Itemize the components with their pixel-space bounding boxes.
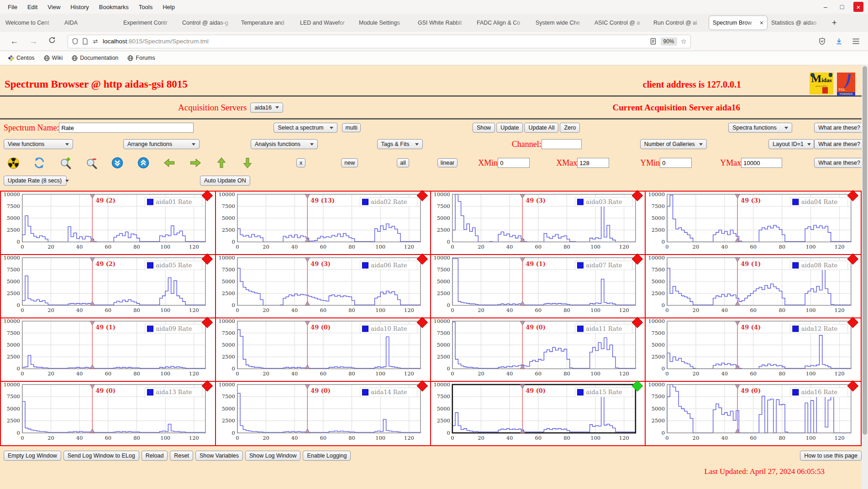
refresh-icon[interactable] [32, 156, 46, 170]
close-button[interactable]: × [853, 2, 863, 12]
what-are-these-button[interactable]: What are these? [814, 158, 864, 168]
tab-gsi-white-rabbit[interactable]: GSI White Rabbit [414, 16, 473, 30]
multi-button[interactable]: multi [342, 123, 360, 132]
all-button[interactable]: all [397, 158, 409, 167]
spectrum-chart-aida09[interactable]: 02500500075001000002040608010012049 (1)a… [1, 318, 216, 382]
pocket-icon[interactable] [818, 37, 826, 45]
spectrum-chart-aida06[interactable]: 02500500075001000002040608010012049 (3)a… [216, 255, 431, 318]
spectrum-chart-aida14[interactable]: 02500500075001000002040608010012049 (0)a… [216, 382, 431, 445]
scrollbar-thumb[interactable] [863, 66, 867, 435]
xmax-input[interactable] [577, 158, 609, 168]
spectrum-chart-aida08[interactable]: 02500500075001000002040608010012049 (1)a… [646, 255, 861, 318]
permissions-icon[interactable] [92, 39, 99, 44]
back-icon[interactable]: ← [5, 36, 24, 46]
number-of-galleries-dropdown[interactable]: Number of Galleries [640, 139, 707, 149]
show-log-window-button[interactable]: Show Log Window [245, 451, 301, 461]
tab-temperature-and[interactable]: Temperature and [237, 16, 296, 30]
menu-tools[interactable]: Tools [134, 2, 158, 12]
hamburger-menu-icon[interactable] [852, 38, 860, 45]
bookmark-forums[interactable]: Forums [124, 53, 158, 62]
down-arrow-icon[interactable] [241, 156, 254, 170]
shield-icon[interactable] [72, 38, 79, 45]
menu-file[interactable]: File [3, 2, 22, 12]
right-arrow-icon[interactable] [189, 156, 202, 170]
url-bar[interactable]: localhost:8015/Spectrum/Spectrum.tml 90%… [68, 35, 691, 48]
spectrum-chart-aida03[interactable]: 02500500075001000002040608010012049 (3)a… [431, 192, 646, 255]
enable-logging-button[interactable]: Enable Logging [303, 451, 351, 461]
show-button[interactable]: Show [473, 123, 495, 133]
tab-fadc-align-co[interactable]: FADC Align & Co [473, 16, 532, 30]
page-info-icon[interactable] [82, 38, 88, 45]
scroll-down-icon[interactable] [110, 156, 124, 170]
maximize-button[interactable]: □ [837, 2, 847, 12]
scroll-up-icon[interactable] [137, 156, 150, 170]
spectrum-chart-aida15[interactable]: 02500500075001000002040608010012049 (0)a… [431, 382, 646, 445]
spectrum-chart-aida05[interactable]: 02500500075001000002040608010012049 (2)a… [1, 255, 216, 318]
x-axis-button[interactable]: x [296, 158, 305, 167]
minimize-button[interactable]: – [821, 2, 831, 12]
spectrum-chart-aida07[interactable]: 02500500075001000002040608010012049 (1)a… [431, 255, 646, 318]
spectrum-chart-aida11[interactable]: 02500500075001000002040608010012049 (0)a… [431, 318, 646, 382]
update-button[interactable]: Update [496, 123, 523, 133]
channel-input[interactable] [542, 139, 582, 149]
arrange-functions-dropdown[interactable]: Arrange functions [123, 139, 200, 149]
what-are-these-button[interactable]: What are these? [814, 139, 864, 149]
tab-close-icon[interactable]: × [760, 19, 763, 26]
spectrum-chart-aida12[interactable]: 02500500075001000002040608010012049 (4)a… [646, 318, 861, 382]
spectrum-chart-aida13[interactable]: 02500500075001000002040608010012049 (0)a… [1, 382, 216, 445]
send-log-window-to-elog-button[interactable]: Send Log Window to ELog [63, 451, 139, 461]
spectrum-chart-aida04[interactable]: 02500500075001000002040608010012049 (3)a… [646, 192, 861, 255]
show-variables-button[interactable]: Show Variables [195, 451, 243, 461]
tags-fits-dropdown[interactable]: Tags & Fits [377, 139, 423, 149]
layout-id-dropdown[interactable]: Layout ID=1 [768, 139, 814, 149]
vertical-scrollbar[interactable] [862, 65, 868, 489]
up-arrow-icon[interactable] [215, 156, 228, 170]
spectrum-chart-aida16[interactable]: 02500500075001000002040608010012049 (0)a… [646, 382, 861, 445]
ymax-input[interactable] [741, 158, 782, 168]
ymin-input[interactable] [660, 158, 692, 168]
menu-view[interactable]: View [42, 2, 65, 12]
spectrum-name-input[interactable] [59, 123, 194, 133]
analysis-functions-dropdown[interactable]: Analysis functions [251, 139, 318, 149]
zero-button[interactable]: Zero [560, 123, 580, 133]
what-are-these-button[interactable]: What are these? [814, 123, 864, 133]
tab-led-and-wavefor[interactable]: LED and Wavefor [296, 16, 355, 30]
tab-run-control-ai[interactable]: Run Control @ ai [650, 16, 709, 30]
spectrum-chart-aida01[interactable]: 02500500075001000002040608010012049 (2)a… [1, 192, 216, 255]
empty-log-window-button[interactable]: Empty Log Window [4, 451, 61, 461]
menu-bookmarks[interactable]: Bookmarks [94, 2, 134, 12]
tab-aida[interactable]: AIDA [61, 16, 120, 30]
view-functions-dropdown[interactable]: View functions [4, 139, 73, 149]
bookmark-wiki[interactable]: Wiki [40, 53, 67, 62]
forward-icon[interactable]: → [24, 36, 43, 46]
tab-experiment-contr[interactable]: Experiment Contr [120, 16, 179, 30]
select-spectrum-dropdown[interactable]: Select a spectrum [274, 123, 337, 133]
tab-statistics-aidas[interactable]: Statistics @ aidas [768, 16, 826, 30]
menu-history[interactable]: History [65, 2, 94, 12]
reload-icon[interactable] [43, 36, 61, 46]
tab-module-settings[interactable]: Module Settings [355, 16, 414, 30]
bookmark-documentation[interactable]: Documentation [68, 53, 122, 62]
new-button[interactable]: new [341, 158, 358, 167]
tab-asic-control-a[interactable]: ASIC Control @ a [591, 16, 650, 30]
zoom-in-icon[interactable] [58, 156, 72, 170]
tab-spectrum-brow[interactable]: Spectrum Brow× [709, 16, 768, 30]
how-to-use-this-page-button[interactable]: How to use this page [800, 451, 862, 461]
menu-edit[interactable]: Edit [22, 2, 42, 12]
update-rate-dropdown[interactable]: Update Rate (8 secs) [4, 176, 67, 186]
spectrum-chart-aida10[interactable]: 02500500075001000002040608010012049 (0)a… [216, 318, 431, 382]
download-icon[interactable] [835, 37, 843, 45]
new-tab-button[interactable]: + [826, 18, 842, 28]
radiation-icon[interactable] [6, 156, 20, 170]
url-text[interactable]: localhost:8015/Spectrum/Spectrum.tml [103, 38, 650, 45]
tab-control-aidas-g[interactable]: Control @ aidas-g [179, 16, 237, 30]
spectrum-chart-aida02[interactable]: 02500500075001000002040608010012049 (13)… [216, 192, 431, 255]
tab-system-wide-che[interactable]: System wide Che [532, 16, 591, 30]
spectra-functions-dropdown[interactable]: Spectra functions [728, 123, 792, 133]
xmin-input[interactable] [498, 158, 530, 168]
bookmark-star-icon[interactable]: ☆ [681, 37, 687, 46]
zoom-out-icon[interactable] [84, 156, 98, 170]
left-arrow-icon[interactable] [163, 156, 176, 170]
tab-welcome-to-cent[interactable]: Welcome to Cent [2, 16, 61, 30]
zoom-level-badge[interactable]: 90% [661, 37, 677, 46]
